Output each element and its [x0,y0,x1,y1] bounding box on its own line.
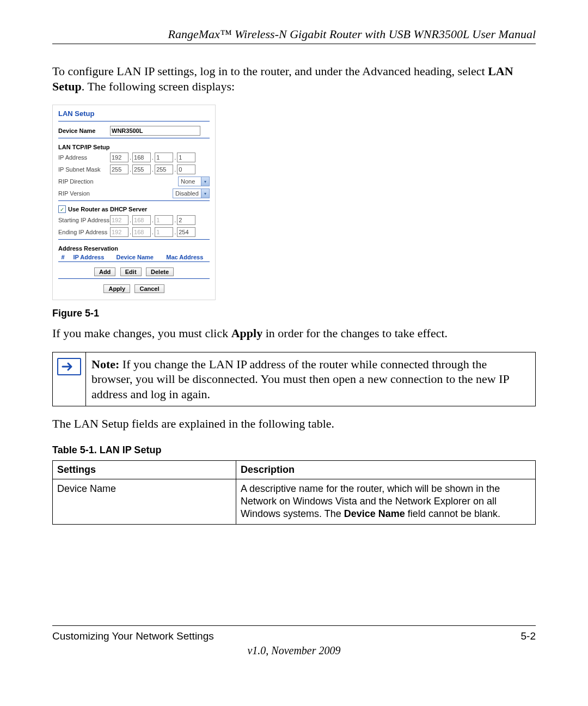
ip-octet-4[interactable] [177,153,195,162]
lan-ip-setup-table: Settings Description Device Name A descr… [52,460,536,525]
ip-octet-2[interactable] [132,153,151,162]
table-caption: Table 5-1. LAN IP Setup [52,445,536,456]
end-octet-2 [132,227,151,237]
mask-octet-4[interactable] [177,165,195,174]
note-label: Note: [91,357,119,371]
starting-ip-label: Starting IP Address [58,217,110,223]
intro-prefix: To configure LAN IP settings, log in to … [52,64,488,78]
dhcp-checkbox[interactable]: ✓ [58,205,66,213]
start-octet-2 [132,215,151,225]
footer-page: 5-2 [521,630,536,642]
chevron-down-icon: ▾ [201,189,209,198]
start-octet-1 [110,215,128,225]
note-box: Note: If you change the LAN IP address o… [52,352,536,407]
footer-rule [52,625,536,626]
subnet-label: IP Subnet Mask [58,166,110,173]
cell-description: A descriptive name for the router, which… [236,479,536,524]
res-col-num: # [58,253,68,262]
device-name-input[interactable] [110,126,200,136]
rip-version-value: Disabled [173,190,201,197]
page-footer: Customizing Your Network Settings 5-2 v1… [52,625,536,657]
apply-bold: Apply [231,326,262,340]
rip-direction-value: None [179,178,201,185]
figure-caption: Figure 5-1 [52,308,536,319]
reservation-buttons: Add Edit Delete [58,266,210,276]
footer-version: v1.0, November 2009 [52,644,536,657]
lan-setup-figure: LAN Setup Device Name LAN TCP/IP Setup I… [52,105,536,300]
ip-address-label: IP Address [58,154,110,161]
table-intro: The LAN Setup fields are explained in th… [52,416,536,431]
start-octet-4[interactable] [177,215,195,225]
apply-prefix: If you make changes, you must click [52,326,231,340]
starting-ip-row: Starting IP Address . . . [58,215,210,225]
ip-octet-3[interactable] [155,153,173,162]
edit-button[interactable]: Edit [120,267,142,276]
note-body: If you change the LAN IP address of the … [91,357,509,401]
lan-setup-panel: LAN Setup Device Name LAN TCP/IP Setup I… [52,105,216,300]
mask-octet-2[interactable] [132,165,151,174]
ending-ip-label: Ending IP Address [58,229,110,235]
cell-setting: Device Name [53,479,236,524]
add-button[interactable]: Add [94,267,115,276]
desc-suffix: field cannot be blank. [405,508,500,519]
manual-header: RangeMax™ Wireless-N Gigabit Router with… [52,27,536,41]
divider [58,278,210,279]
rip-version-row: RIP Version Disabled ▾ [58,188,210,198]
res-col-mac: Mac Address [160,253,210,262]
tcpip-heading: LAN TCP/IP Setup [58,144,210,150]
device-name-row: Device Name [58,126,210,136]
table-row: Device Name A descriptive name for the r… [53,479,536,524]
cancel-button[interactable]: Cancel [134,284,164,293]
ip-address-row: IP Address . . . [58,153,210,162]
form-buttons: Apply Cancel [58,283,210,293]
note-icon-cell [53,352,86,406]
footer-section: Customizing Your Network Settings [52,630,214,642]
subnet-row: IP Subnet Mask . . . [58,165,210,174]
apply-button[interactable]: Apply [103,284,130,293]
divider [58,138,210,138]
rip-version-select[interactable]: Disabled ▾ [173,188,210,198]
device-name-label: Device Name [58,127,110,134]
intro-suffix: . The following screen displays: [82,80,235,93]
note-text: Note: If you change the LAN IP address o… [86,352,535,406]
ip-octet-1[interactable] [110,153,128,162]
lan-setup-title: LAN Setup [58,109,210,118]
res-col-name: Device Name [110,253,160,262]
reservation-table: # IP Address Device Name Mac Address [58,253,210,262]
chevron-down-icon: ▾ [201,177,209,186]
mask-octet-1[interactable] [110,165,128,174]
dhcp-checkbox-label: Use Router as DHCP Server [68,206,147,212]
desc-bold: Device Name [344,508,405,519]
rip-version-label: RIP Version [58,190,173,197]
divider [58,200,210,201]
intro-paragraph: To configure LAN IP settings, log in to … [52,64,536,94]
divider [58,121,210,121]
divider [58,239,210,240]
header-rule [52,44,536,44]
start-octet-3 [155,215,173,225]
apply-paragraph: If you make changes, you must click Appl… [52,326,536,341]
end-octet-3 [155,227,173,237]
end-octet-4[interactable] [177,227,195,237]
res-col-ip: IP Address [68,253,110,262]
end-octet-1 [110,227,128,237]
delete-button[interactable]: Delete [146,267,174,276]
dhcp-checkbox-row: ✓ Use Router as DHCP Server [58,205,210,213]
rip-direction-label: RIP Direction [58,178,178,185]
arrow-right-icon [57,358,81,375]
col-settings: Settings [53,460,236,479]
reservation-heading: Address Reservation [58,245,210,252]
col-description: Description [236,460,536,479]
rip-direction-row: RIP Direction None ▾ [58,176,210,186]
rip-direction-select[interactable]: None ▾ [178,176,210,186]
ending-ip-row: Ending IP Address . . . [58,227,210,237]
apply-suffix: in order for the changes to take effect. [262,326,448,340]
mask-octet-3[interactable] [155,165,173,174]
